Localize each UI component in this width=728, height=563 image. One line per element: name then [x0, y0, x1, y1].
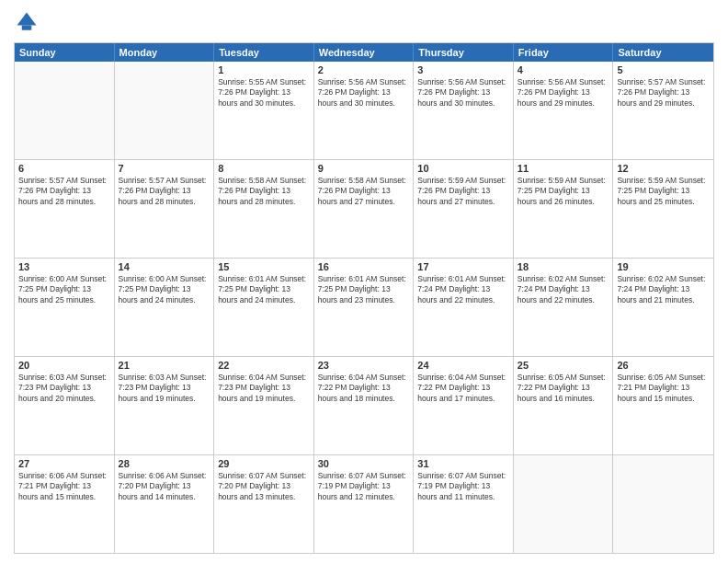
day-info: Sunrise: 5:59 AM Sunset: 7:26 PM Dayligh…: [417, 176, 509, 207]
day-number: 4: [518, 64, 609, 75]
logo-icon: [14, 9, 40, 35]
day-number: 27: [18, 458, 110, 469]
svg-marker-0: [17, 13, 37, 26]
day-cell-empty-4-6: [613, 455, 713, 553]
day-info: Sunrise: 5:57 AM Sunset: 7:26 PM Dayligh…: [18, 176, 110, 207]
day-cell-28: 28Sunrise: 6:06 AM Sunset: 7:20 PM Dayli…: [115, 455, 215, 553]
day-number: 19: [617, 261, 710, 272]
day-number: 7: [119, 163, 210, 174]
day-number: 18: [518, 261, 609, 272]
day-cell-10: 10Sunrise: 5:59 AM Sunset: 7:26 PM Dayli…: [414, 160, 514, 258]
day-cell-3: 3Sunrise: 5:56 AM Sunset: 7:26 PM Daylig…: [414, 62, 514, 159]
day-cell-empty-4-5: [514, 455, 614, 553]
day-cell-17: 17Sunrise: 6:01 AM Sunset: 7:24 PM Dayli…: [414, 259, 514, 356]
day-info: Sunrise: 6:01 AM Sunset: 7:25 PM Dayligh…: [318, 274, 410, 305]
day-cell-16: 16Sunrise: 6:01 AM Sunset: 7:25 PM Dayli…: [314, 259, 415, 356]
day-number: 20: [18, 360, 110, 371]
day-cell-7: 7Sunrise: 5:57 AM Sunset: 7:26 PM Daylig…: [115, 160, 215, 258]
day-number: 31: [417, 458, 509, 469]
day-cell-1: 1Sunrise: 5:55 AM Sunset: 7:26 PM Daylig…: [214, 62, 314, 159]
day-number: 25: [518, 360, 609, 371]
day-cell-empty-0-0: [15, 62, 115, 159]
day-info: Sunrise: 5:59 AM Sunset: 7:25 PM Dayligh…: [617, 176, 710, 207]
calendar: SundayMondayTuesdayWednesdayThursdayFrid…: [14, 42, 714, 554]
day-info: Sunrise: 6:00 AM Sunset: 7:25 PM Dayligh…: [119, 274, 210, 305]
day-info: Sunrise: 6:07 AM Sunset: 7:20 PM Dayligh…: [218, 471, 310, 502]
day-cell-27: 27Sunrise: 6:06 AM Sunset: 7:21 PM Dayli…: [15, 455, 115, 553]
day-cell-25: 25Sunrise: 6:05 AM Sunset: 7:22 PM Dayli…: [514, 357, 614, 454]
weekday-header-saturday: Saturday: [613, 43, 713, 62]
day-cell-23: 23Sunrise: 6:04 AM Sunset: 7:22 PM Dayli…: [314, 357, 415, 454]
day-info: Sunrise: 5:58 AM Sunset: 7:26 PM Dayligh…: [318, 176, 410, 207]
calendar-row-4: 20Sunrise: 6:03 AM Sunset: 7:23 PM Dayli…: [15, 356, 713, 454]
day-cell-14: 14Sunrise: 6:00 AM Sunset: 7:25 PM Dayli…: [115, 259, 215, 356]
day-info: Sunrise: 6:04 AM Sunset: 7:22 PM Dayligh…: [417, 373, 509, 404]
day-cell-26: 26Sunrise: 6:05 AM Sunset: 7:21 PM Dayli…: [613, 357, 713, 454]
day-cell-12: 12Sunrise: 5:59 AM Sunset: 7:25 PM Dayli…: [613, 160, 713, 258]
day-number: 24: [417, 360, 509, 371]
day-info: Sunrise: 6:01 AM Sunset: 7:24 PM Dayligh…: [417, 274, 509, 305]
day-info: Sunrise: 6:01 AM Sunset: 7:25 PM Dayligh…: [218, 274, 310, 305]
day-info: Sunrise: 5:59 AM Sunset: 7:25 PM Dayligh…: [518, 176, 609, 207]
day-info: Sunrise: 5:57 AM Sunset: 7:26 PM Dayligh…: [119, 176, 210, 207]
day-info: Sunrise: 6:05 AM Sunset: 7:21 PM Dayligh…: [617, 373, 710, 404]
day-info: Sunrise: 5:57 AM Sunset: 7:26 PM Dayligh…: [617, 77, 710, 109]
day-number: 2: [318, 64, 410, 75]
day-cell-20: 20Sunrise: 6:03 AM Sunset: 7:23 PM Dayli…: [15, 357, 115, 454]
day-cell-6: 6Sunrise: 5:57 AM Sunset: 7:26 PM Daylig…: [15, 160, 115, 258]
header: [14, 9, 714, 35]
weekday-header-friday: Friday: [514, 43, 614, 62]
calendar-header: SundayMondayTuesdayWednesdayThursdayFrid…: [15, 43, 713, 62]
day-number: 21: [119, 360, 210, 371]
day-cell-31: 31Sunrise: 6:07 AM Sunset: 7:19 PM Dayli…: [414, 455, 514, 553]
day-info: Sunrise: 6:04 AM Sunset: 7:22 PM Dayligh…: [318, 373, 410, 404]
day-number: 28: [119, 458, 210, 469]
day-cell-5: 5Sunrise: 5:57 AM Sunset: 7:26 PM Daylig…: [613, 62, 713, 159]
day-info: Sunrise: 5:56 AM Sunset: 7:26 PM Dayligh…: [518, 77, 609, 109]
day-info: Sunrise: 6:02 AM Sunset: 7:24 PM Dayligh…: [518, 274, 609, 305]
day-info: Sunrise: 6:03 AM Sunset: 7:23 PM Dayligh…: [119, 373, 210, 404]
weekday-header-wednesday: Wednesday: [314, 43, 415, 62]
day-cell-29: 29Sunrise: 6:07 AM Sunset: 7:20 PM Dayli…: [214, 455, 314, 553]
day-info: Sunrise: 6:02 AM Sunset: 7:24 PM Dayligh…: [617, 274, 710, 305]
day-number: 9: [318, 163, 410, 174]
day-cell-22: 22Sunrise: 6:04 AM Sunset: 7:23 PM Dayli…: [214, 357, 314, 454]
day-cell-19: 19Sunrise: 6:02 AM Sunset: 7:24 PM Dayli…: [613, 259, 713, 356]
calendar-row-2: 6Sunrise: 5:57 AM Sunset: 7:26 PM Daylig…: [15, 159, 713, 258]
calendar-row-1: 1Sunrise: 5:55 AM Sunset: 7:26 PM Daylig…: [15, 62, 713, 159]
calendar-body: 1Sunrise: 5:55 AM Sunset: 7:26 PM Daylig…: [15, 62, 713, 553]
day-number: 23: [318, 360, 410, 371]
day-number: 5: [617, 64, 710, 75]
day-number: 14: [119, 261, 210, 272]
day-cell-30: 30Sunrise: 6:07 AM Sunset: 7:19 PM Dayli…: [314, 455, 415, 553]
day-info: Sunrise: 5:55 AM Sunset: 7:26 PM Dayligh…: [218, 77, 310, 109]
day-info: Sunrise: 5:58 AM Sunset: 7:26 PM Dayligh…: [218, 176, 310, 207]
day-number: 15: [218, 261, 310, 272]
day-info: Sunrise: 6:03 AM Sunset: 7:23 PM Dayligh…: [18, 373, 110, 404]
day-number: 12: [617, 163, 710, 174]
day-cell-8: 8Sunrise: 5:58 AM Sunset: 7:26 PM Daylig…: [214, 160, 314, 258]
day-cell-11: 11Sunrise: 5:59 AM Sunset: 7:25 PM Dayli…: [514, 160, 614, 258]
logo: [14, 9, 43, 35]
calendar-row-3: 13Sunrise: 6:00 AM Sunset: 7:25 PM Dayli…: [15, 258, 713, 356]
weekday-header-tuesday: Tuesday: [214, 43, 314, 62]
day-cell-21: 21Sunrise: 6:03 AM Sunset: 7:23 PM Dayli…: [115, 357, 215, 454]
svg-rect-1: [22, 26, 32, 30]
day-number: 11: [518, 163, 609, 174]
day-number: 17: [417, 261, 509, 272]
day-info: Sunrise: 5:56 AM Sunset: 7:26 PM Dayligh…: [318, 77, 410, 109]
day-info: Sunrise: 5:56 AM Sunset: 7:26 PM Dayligh…: [417, 77, 509, 109]
day-cell-18: 18Sunrise: 6:02 AM Sunset: 7:24 PM Dayli…: [514, 259, 614, 356]
page: SundayMondayTuesdayWednesdayThursdayFrid…: [0, 0, 728, 563]
day-cell-2: 2Sunrise: 5:56 AM Sunset: 7:26 PM Daylig…: [314, 62, 415, 159]
weekday-header-sunday: Sunday: [15, 43, 115, 62]
day-info: Sunrise: 6:06 AM Sunset: 7:20 PM Dayligh…: [119, 471, 210, 502]
day-info: Sunrise: 6:05 AM Sunset: 7:22 PM Dayligh…: [518, 373, 609, 404]
day-number: 30: [318, 458, 410, 469]
day-number: 8: [218, 163, 310, 174]
day-cell-24: 24Sunrise: 6:04 AM Sunset: 7:22 PM Dayli…: [414, 357, 514, 454]
day-number: 6: [18, 163, 110, 174]
day-number: 1: [218, 64, 310, 75]
day-number: 22: [218, 360, 310, 371]
day-number: 29: [218, 458, 310, 469]
